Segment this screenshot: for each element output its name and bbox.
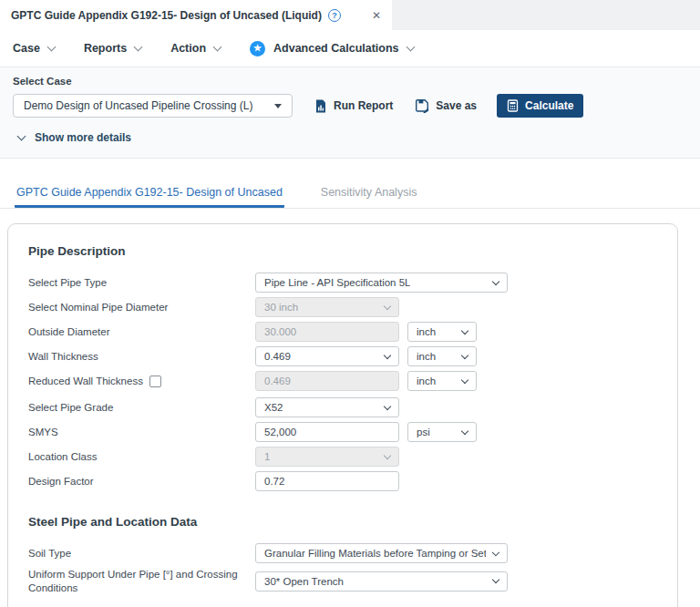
section-heading-steel-pipe-location: Steel Pipe and Location Data [28, 515, 657, 529]
design-factor-input[interactable] [255, 471, 399, 491]
case-bar: Select Case Demo Design of Uncased Pipel… [0, 67, 700, 159]
form-row-pipe-grade: Select Pipe Grade X52 [28, 397, 657, 417]
close-icon[interactable]: ✕ [372, 9, 381, 22]
chevron-down-icon [134, 42, 143, 51]
form-row-smys: SMYS psi [28, 422, 657, 442]
form-row-nominal-diameter: Select Nominal Pipe Diameter 30 inch [28, 297, 657, 317]
outside-diameter-unit-select[interactable]: inch [407, 322, 477, 342]
page-tabs: GPTC Guide Appendix G192-15- Design of U… [0, 178, 700, 209]
report-document-icon [314, 99, 327, 113]
window-tab-title: GPTC Guide Appendix G192-15- Design of U… [11, 9, 322, 22]
smys-unit-select[interactable]: psi [407, 422, 477, 442]
field-label: Uniform Support Under Pipe [°] and Cross… [28, 568, 255, 595]
field-label: Location Class [28, 450, 255, 464]
menu-label: Action [170, 42, 206, 55]
form-row-design-factor: Design Factor [28, 471, 657, 491]
reduced-wall-thickness-input [255, 371, 399, 391]
chevron-down-icon [46, 42, 56, 51]
show-more-details-toggle[interactable]: Show more details [13, 118, 687, 158]
field-label: Select Pipe Grade [28, 401, 255, 415]
reduced-wall-thickness-checkbox[interactable] [149, 376, 161, 387]
field-label: Select Pipe Type [28, 276, 255, 290]
form-row-outside-diameter: Outside Diameter inch [28, 322, 657, 342]
calculator-icon [507, 99, 519, 112]
chevron-down-icon [492, 277, 499, 284]
select-value: 30 inch [264, 302, 298, 313]
caret-down-icon [274, 104, 282, 108]
menu-advanced-calculations[interactable]: ★ Advanced Calculations [250, 41, 414, 57]
field-label: Reduced Wall Thickness [28, 375, 255, 388]
select-value: Granular Filling Materials before Tampin… [264, 548, 486, 559]
uniform-support-select[interactable]: 30* Open Trench [255, 571, 508, 592]
unit-value: psi [417, 427, 430, 437]
section-heading-pipe-description: Pipe Description [28, 244, 657, 258]
save-disk-icon [415, 98, 429, 113]
chevron-down-icon [461, 376, 468, 383]
window-tab-strip: GPTC Guide Appendix G192-15- Design of U… [0, 0, 700, 30]
field-label: Soil Type [28, 547, 255, 561]
chevron-down-icon [384, 302, 391, 309]
chevron-down-icon [461, 427, 468, 434]
pipe-grade-select[interactable]: X52 [255, 397, 399, 417]
calculate-button[interactable]: Calculate [497, 94, 583, 118]
tab-gptc-guide[interactable]: GPTC Guide Appendix G192-15- Design of U… [15, 178, 284, 208]
chevron-down-icon [461, 326, 468, 334]
run-report-label: Run Report [334, 99, 393, 112]
nominal-diameter-select: 30 inch [255, 297, 399, 317]
menu-action[interactable]: Action [170, 42, 221, 55]
select-value: X52 [264, 402, 283, 413]
menu-label: Case [13, 42, 40, 55]
select-value: 1 [264, 451, 270, 462]
unit-value: inch [417, 376, 436, 386]
select-value: 30* Open Trench [264, 576, 344, 587]
form-row-uniform-support: Uniform Support Under Pipe [°] and Cross… [28, 568, 657, 595]
menu-bar: Case Reports Action ★ Advanced Calculati… [0, 30, 700, 67]
menu-reports[interactable]: Reports [84, 42, 141, 55]
smys-input[interactable] [255, 422, 399, 442]
help-circle-icon[interactable]: ? [328, 9, 341, 22]
field-label: Outside Diameter [28, 325, 255, 339]
case-select[interactable]: Demo Design of Uncased Pipeline Crossing… [13, 94, 293, 118]
star-circle-icon: ★ [250, 41, 265, 57]
reduced-wall-thickness-unit-select[interactable]: inch [407, 371, 477, 391]
form-row-reduced-wall-thickness: Reduced Wall Thickness inch [28, 371, 657, 391]
chevron-down-icon [384, 402, 391, 409]
chevron-down-icon [406, 42, 415, 51]
show-more-details-label: Show more details [35, 131, 131, 144]
tab-sensitivity-analysis[interactable]: Sensitivity Analysis [319, 178, 419, 208]
chevron-down-icon [384, 351, 391, 358]
menu-case[interactable]: Case [13, 42, 55, 55]
select-case-label: Select Case [13, 76, 687, 87]
soil-type-select[interactable]: Granular Filling Materials before Tampin… [255, 543, 508, 563]
form-row-soil-type: Soil Type Granular Filling Materials bef… [28, 543, 657, 563]
menu-label: Reports [84, 42, 127, 55]
outside-diameter-input [255, 322, 399, 342]
unit-value: inch [417, 326, 436, 337]
save-as-button[interactable]: Save as [415, 98, 477, 113]
window-tab[interactable]: GPTC Guide Appendix G192-15- Design of U… [0, 0, 392, 30]
chevron-down-icon [492, 548, 499, 555]
chevron-down-icon [213, 42, 222, 51]
location-class-select: 1 [255, 447, 399, 467]
wall-thickness-unit-select[interactable]: inch [407, 346, 477, 366]
select-value: 0.469 [264, 351, 291, 362]
chevron-down-icon [461, 351, 468, 358]
chevron-down-icon [17, 132, 26, 141]
field-label: Design Factor [28, 475, 255, 489]
field-label: Select Nominal Pipe Diameter [28, 301, 255, 314]
unit-value: inch [417, 351, 436, 362]
select-value: Pipe Line - API Specification 5L [264, 277, 410, 288]
tab-strip-empty-area [392, 0, 700, 30]
field-label: SMYS [28, 426, 255, 439]
menu-label: Advanced Calculations [273, 42, 399, 55]
form-panel: Pipe Description Select Pipe Type Pipe L… [7, 223, 678, 607]
save-as-label: Save as [436, 99, 477, 112]
case-bar-row: Demo Design of Uncased Pipeline Crossing… [13, 94, 687, 118]
run-report-button[interactable]: Run Report [314, 99, 393, 113]
wall-thickness-select[interactable]: 0.469 [255, 346, 399, 366]
chevron-down-icon [492, 576, 499, 583]
case-select-value: Demo Design of Uncased Pipeline Crossing… [24, 99, 252, 112]
pipe-type-select[interactable]: Pipe Line - API Specification 5L [255, 273, 508, 293]
field-label: Wall Thickness [28, 350, 255, 364]
form-row-pipe-type: Select Pipe Type Pipe Line - API Specifi… [28, 273, 657, 293]
